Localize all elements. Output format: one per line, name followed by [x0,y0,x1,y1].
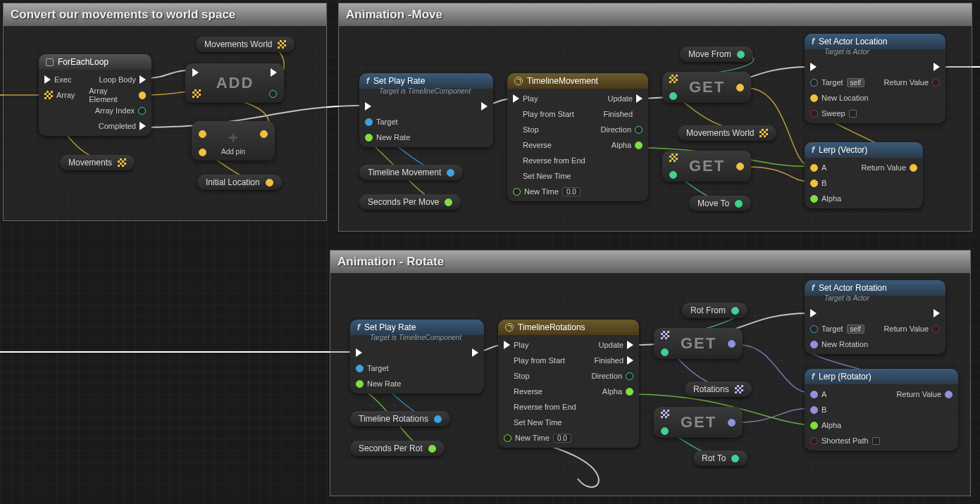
pin-alpha[interactable]: Alpha [810,193,841,204]
pin-index[interactable] [661,425,669,436]
node-set-actor-rotation[interactable]: fSet Actor Rotation Target is Actor Targ… [805,280,945,354]
node-set-play-rate-rot[interactable]: fSet Play Rate Target is TimelineCompone… [350,320,484,393]
pin-play-from-start[interactable]: Play from Start [513,108,585,120]
pin-newrate[interactable]: New Rate [365,132,410,143]
var-movements-world[interactable]: Movements World [196,37,294,52]
pin-direction[interactable]: Direction [601,124,643,135]
pin-a[interactable]: A [810,162,841,173]
var-timeline-rotations[interactable]: Timeline Rotations [350,411,450,427]
node-foreachloop[interactable]: ForEachLoop Exec Array Loop Body Array E… [39,54,151,136]
pin-b[interactable]: B [810,404,880,415]
pin-new-time[interactable]: New Time0.0 [504,432,576,443]
pin-exec-out[interactable] [481,101,488,112]
pin-out[interactable] [428,445,436,453]
pin-array[interactable] [661,408,669,420]
checkbox-shortest[interactable] [872,437,880,445]
pin-out[interactable] [736,160,744,172]
pin-exec-in[interactable] [356,347,401,358]
pin-out[interactable] [434,415,442,423]
pin-target[interactable]: Targetself [810,323,868,334]
pin-target[interactable]: Targetself [810,77,869,88]
pin-set-new-time[interactable]: Set New Time [513,170,585,182]
var-seconds-per-move[interactable]: Seconds Per Move [359,194,461,210]
pin-out[interactable] [266,179,273,187]
pin-a[interactable] [199,128,206,139]
pin-index[interactable] [669,169,678,180]
checkbox-sweep[interactable] [849,110,857,118]
var-rotations[interactable]: Rotations [685,382,752,397]
pin-b[interactable]: B [810,177,841,189]
pin-play[interactable]: Play [504,339,576,351]
pin-elem[interactable]: Array Element [89,89,146,101]
node-get-2[interactable]: GET [662,151,751,182]
pin-finished[interactable]: Finished [594,355,633,366]
pin-out[interactable] [736,82,744,93]
var-move-to[interactable]: Move To [689,196,751,211]
node-vector-add[interactable]: +Add pin [192,121,275,160]
pin-a[interactable]: A [810,389,880,400]
pin-out[interactable] [731,455,739,462]
pin-alpha[interactable]: Alpha [602,386,633,397]
pin-return[interactable]: Return Value [897,389,953,400]
pin-set-new-time[interactable]: Set New Time [504,417,576,428]
pin-new-time[interactable]: New Time0.0 [513,186,585,197]
pin-new-rotation[interactable]: New Rotation [810,339,868,350]
var-seconds-per-rot[interactable]: Seconds Per Rot [350,441,445,456]
node-timeline-movement[interactable]: TimelineMovement Play Play from Start St… [507,73,648,201]
pin-index[interactable] [669,90,678,101]
pin-alpha[interactable]: Alpha [810,420,880,431]
node-set-play-rate-move[interactable]: fSet Play Rate Target is TimelineCompone… [359,73,493,147]
pin-target[interactable]: Target [356,363,401,374]
node-get-3[interactable]: GET [654,328,743,359]
var-timeline-movement[interactable]: Timeline Movement [359,165,463,180]
pin-b[interactable] [199,146,206,158]
pin-stop[interactable]: Stop [513,124,585,135]
pin-array[interactable] [669,73,678,84]
pin-shortest-path[interactable]: Shortest Path [810,435,880,446]
pin-out[interactable] [737,51,745,58]
pin-exec-in[interactable] [810,308,868,319]
node-lerp-vector[interactable]: fLerp (Vector) A B Alpha Return Value [805,142,923,208]
pin-reverse[interactable]: Reverse [513,139,585,151]
pin-idx[interactable]: Array Index [95,105,146,116]
pin-exec-in[interactable] [192,67,201,78]
pin-exec-out[interactable] [271,67,277,78]
pin-return[interactable]: Return Value [884,323,940,334]
pin-exec-out[interactable] [472,347,478,358]
pin-out[interactable] [735,200,743,208]
pin-index[interactable] [661,346,669,358]
node-get-4[interactable]: GET [654,407,743,438]
pin-array-target[interactable] [192,88,201,99]
pin-out[interactable] [728,417,736,428]
pin-alpha[interactable]: Alpha [612,139,643,151]
pin-out-int[interactable] [269,88,277,99]
pin-sweep[interactable]: Sweep [810,108,869,119]
pin-exec-in[interactable] [810,61,869,73]
node-array-add[interactable]: ADD [185,63,284,103]
pin-addpin[interactable]: Add pin [221,148,245,156]
var-initial-location[interactable]: Initial Location [197,175,282,190]
pin-out[interactable] [445,199,452,206]
var-move-from[interactable]: Move From [680,46,753,62]
pin-play-from-start[interactable]: Play from Start [504,355,576,366]
pin-finished[interactable]: Finished [603,108,643,120]
pin-stop[interactable]: Stop [504,370,576,382]
pin-direction[interactable]: Direction [592,370,633,382]
var-movements[interactable]: Movements [60,155,135,170]
var-rot-to[interactable]: Rot To [693,451,748,466]
pin-array[interactable]: Array [44,89,75,101]
node-lerp-rotator[interactable]: fLerp (Rotator) A B Alpha Shortest Path … [805,369,958,451]
pin-array[interactable] [669,152,678,163]
pin-newrate[interactable]: New Rate [356,378,401,389]
pin-reverse-from-end[interactable]: Reverse from End [504,401,576,412]
pin-reverse[interactable]: Reverse [504,386,576,397]
pin-exec-in[interactable] [365,101,410,112]
pin-result[interactable] [260,128,268,139]
node-set-actor-location[interactable]: fSet Actor Location Target is Actor Targ… [805,34,945,123]
pin-out[interactable] [731,307,739,315]
pin-update[interactable]: Update [608,93,643,104]
pin-target[interactable]: Target [365,116,410,127]
pin-return[interactable]: Return Value [862,162,917,173]
var-rot-from[interactable]: Rot From [682,303,748,318]
pin-exec-out[interactable] [934,61,940,73]
